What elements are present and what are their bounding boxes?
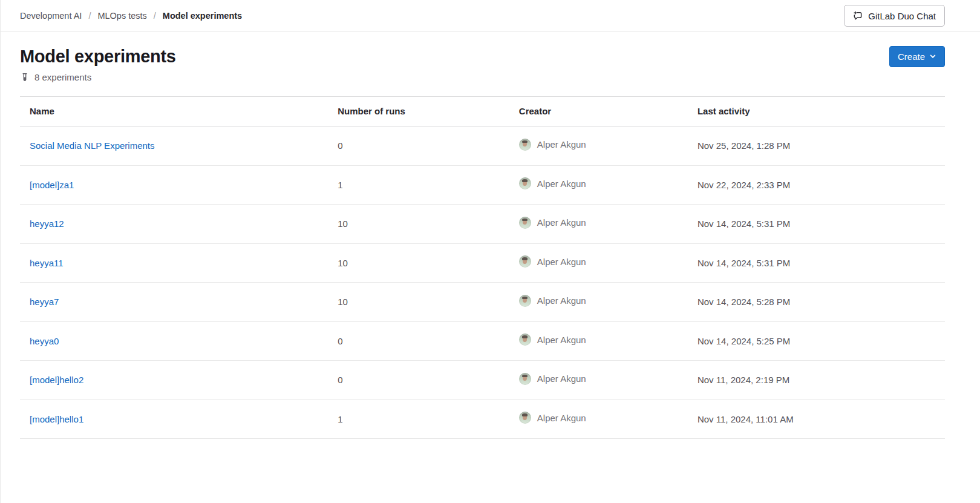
avatar bbox=[519, 412, 531, 424]
experiment-link[interactable]: heyya0 bbox=[30, 336, 59, 346]
avatar bbox=[519, 177, 531, 189]
duo-chat-button[interactable]: GitLab Duo Chat bbox=[844, 5, 945, 27]
run-count: 0 bbox=[328, 321, 509, 361]
column-header-creator: Creator bbox=[509, 97, 688, 127]
creator-name: Alper Akgun bbox=[537, 334, 586, 346]
last-activity: Nov 14, 2024, 5:31 PM bbox=[688, 205, 945, 244]
duo-chat-label: GitLab Duo Chat bbox=[868, 11, 936, 21]
table-row: [model]hello1 1 Alper Akgun Nov 11, 2024… bbox=[20, 399, 945, 439]
column-header-name: Name bbox=[20, 97, 328, 127]
experiment-link[interactable]: heyya11 bbox=[30, 258, 64, 268]
last-activity: Nov 14, 2024, 5:25 PM bbox=[688, 321, 945, 361]
experiment-link[interactable]: [model]hello1 bbox=[30, 414, 83, 424]
duo-chat-icon bbox=[853, 11, 863, 21]
avatar bbox=[519, 334, 531, 346]
table-row: heyya11 10 Alper Akgun Nov 14, 2024, 5:3… bbox=[20, 243, 945, 283]
run-count: 10 bbox=[328, 243, 509, 283]
table-row: [model]za1 1 Alper Akgun Nov 22, 2024, 2… bbox=[20, 165, 945, 205]
creator-cell: Alper Akgun bbox=[519, 255, 586, 268]
creator-cell: Alper Akgun bbox=[519, 294, 586, 307]
page: Development AI / MLOps tests / Model exp… bbox=[0, 0, 980, 503]
main-content: Model experiments Create 8 experiments bbox=[1, 45, 980, 439]
creator-cell: Alper Akgun bbox=[519, 412, 586, 424]
avatar bbox=[519, 217, 531, 229]
creator-name: Alper Akgun bbox=[537, 216, 586, 229]
experiments-table-body: Social Media NLP Experiments 0 Alper Akg… bbox=[20, 127, 945, 439]
experiment-link[interactable]: [model]hello2 bbox=[30, 375, 83, 385]
experiment-count-label: 8 experiments bbox=[34, 72, 91, 82]
avatar bbox=[519, 255, 531, 268]
creator-cell: Alper Akgun bbox=[519, 177, 586, 190]
test-tube-icon bbox=[20, 73, 30, 82]
table-row: heyya7 10 Alper Akgun Nov 14, 2024, 5:28… bbox=[20, 283, 945, 322]
page-title: Model experiments bbox=[20, 45, 176, 67]
creator-name: Alper Akgun bbox=[537, 412, 586, 424]
last-activity: Nov 14, 2024, 5:28 PM bbox=[688, 283, 945, 322]
column-header-last-activity: Last activity bbox=[688, 97, 945, 127]
table-row: heyya0 0 Alper Akgun Nov 14, 2024, 5:25 … bbox=[20, 321, 945, 361]
column-header-runs: Number of runs bbox=[328, 97, 509, 127]
breadcrumb: Development AI / MLOps tests / Model exp… bbox=[20, 11, 242, 21]
breadcrumb-item-project[interactable]: MLOps tests bbox=[97, 11, 146, 21]
experiment-link[interactable]: heyya7 bbox=[30, 297, 59, 307]
last-activity: Nov 14, 2024, 5:31 PM bbox=[688, 243, 945, 283]
table-row: Social Media NLP Experiments 0 Alper Akg… bbox=[20, 127, 945, 166]
experiment-link[interactable]: heyya12 bbox=[30, 219, 64, 229]
experiment-count: 8 experiments bbox=[20, 72, 945, 82]
run-count: 10 bbox=[328, 283, 509, 322]
creator-cell: Alper Akgun bbox=[519, 216, 586, 229]
breadcrumb-item-group[interactable]: Development AI bbox=[20, 11, 82, 21]
experiments-table-header: Name Number of runs Creator Last activit… bbox=[20, 97, 945, 127]
run-count: 0 bbox=[328, 361, 509, 400]
chevron-down-icon bbox=[929, 53, 936, 60]
creator-cell: Alper Akgun bbox=[519, 334, 586, 346]
table-row: heyya12 10 Alper Akgun Nov 14, 2024, 5:3… bbox=[20, 205, 945, 244]
run-count: 10 bbox=[328, 205, 509, 244]
creator-name: Alper Akgun bbox=[537, 294, 586, 307]
creator-name: Alper Akgun bbox=[537, 138, 586, 151]
run-count: 1 bbox=[328, 165, 509, 205]
breadcrumb-bar: Development AI / MLOps tests / Model exp… bbox=[1, 0, 980, 32]
experiment-link[interactable]: Social Media NLP Experiments bbox=[30, 140, 154, 151]
creator-name: Alper Akgun bbox=[537, 372, 586, 385]
avatar bbox=[519, 295, 531, 307]
avatar bbox=[519, 373, 531, 385]
avatar bbox=[519, 139, 531, 151]
last-activity: Nov 22, 2024, 2:33 PM bbox=[688, 165, 945, 205]
breadcrumb-separator: / bbox=[88, 11, 91, 21]
last-activity: Nov 11, 2024, 2:19 PM bbox=[688, 361, 945, 400]
last-activity: Nov 25, 2024, 1:28 PM bbox=[688, 127, 945, 166]
creator-name: Alper Akgun bbox=[537, 255, 586, 268]
creator-name: Alper Akgun bbox=[537, 177, 586, 190]
run-count: 1 bbox=[328, 399, 509, 439]
breadcrumb-item-current: Model experiments bbox=[163, 11, 242, 21]
breadcrumb-separator: / bbox=[154, 11, 156, 21]
creator-cell: Alper Akgun bbox=[519, 138, 586, 151]
experiments-table: Name Number of runs Creator Last activit… bbox=[20, 96, 945, 439]
create-button[interactable]: Create bbox=[889, 46, 945, 67]
last-activity: Nov 11, 2024, 11:01 AM bbox=[688, 399, 945, 439]
create-button-label: Create bbox=[898, 51, 925, 62]
experiment-link[interactable]: [model]za1 bbox=[30, 180, 74, 190]
creator-cell: Alper Akgun bbox=[519, 372, 586, 385]
run-count: 0 bbox=[328, 127, 509, 166]
table-row: [model]hello2 0 Alper Akgun Nov 11, 2024… bbox=[20, 361, 945, 400]
